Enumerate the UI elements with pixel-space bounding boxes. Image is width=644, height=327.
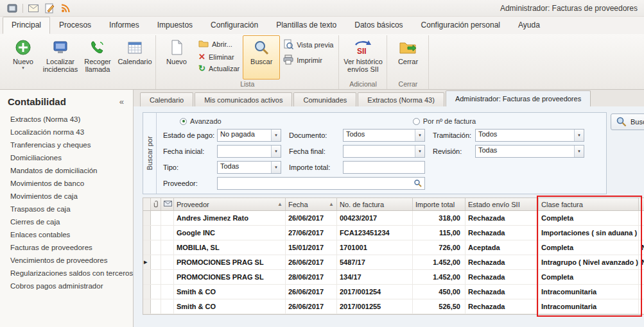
chevron-down-icon[interactable] (271, 146, 281, 157)
attachment-column-header[interactable] (151, 198, 161, 210)
partial-column-header[interactable] (639, 198, 644, 210)
sidebar-item[interactable]: Cierres de caja (0, 215, 133, 228)
fecha-inicial-combo[interactable] (217, 145, 281, 158)
sidebar-item[interactable]: Vencimientos de proveedores (0, 254, 133, 267)
eliminar-button[interactable]: ✕ Eliminar (195, 53, 243, 62)
nuevo-lista-button[interactable]: Nuevo (158, 35, 195, 80)
ribbon-tab[interactable]: Configuración personal (412, 17, 509, 34)
sidebar-item[interactable]: Movimientos de caja (0, 190, 133, 203)
cell-importe-total: 318,00 (413, 211, 466, 225)
localizar-incidencias-button[interactable]: Localizar incidencias (42, 35, 79, 80)
imprimir-button[interactable]: Imprimir (280, 54, 336, 67)
table-row[interactable]: Smith & CO 26/06/2017 2017/001254 450,00… (143, 285, 644, 299)
row-selector-cell[interactable] (143, 299, 151, 314)
actualizar-button[interactable]: ↻ Actualizar (195, 64, 243, 73)
calendario-button[interactable]: Calendario (116, 35, 153, 80)
abrir-button[interactable]: Abrir... (195, 38, 243, 50)
document-tab[interactable]: Calendario (140, 92, 193, 106)
ribbon-tab[interactable]: Plantillas de texto (267, 17, 345, 34)
cell-export (161, 270, 174, 284)
table-row[interactable]: PROMOCIONES PRAG SL 26/06/2017 5487/17 1… (143, 255, 644, 270)
ribbon-tab[interactable]: Procesos (50, 17, 100, 34)
fecha-column-header[interactable]: Fecha ▲ (286, 198, 337, 210)
documento-combo[interactable]: Todos (343, 129, 425, 142)
cell-importe-total: 115,00 (413, 226, 466, 240)
importe-total-input[interactable] (343, 161, 425, 174)
chevron-down-icon[interactable] (271, 162, 281, 173)
nuevo-label: Nuevo (13, 58, 33, 65)
row-selector-cell[interactable] (143, 211, 151, 225)
row-selector-cell[interactable] (143, 285, 151, 299)
sidebar-item[interactable]: Facturas de proveedores (0, 241, 133, 254)
document-tab[interactable]: Extractos (Norma 43) (358, 92, 444, 106)
ribbon-tab[interactable]: Informes (100, 17, 148, 34)
ver-historico-sii-button[interactable]: SII Ver histórico envíos SII (341, 35, 385, 80)
buscar-panel-button[interactable]: Busc (611, 113, 644, 130)
row-selector-cell[interactable] (143, 240, 151, 255)
sidebar-item[interactable]: Mandatos de domiciliación (0, 164, 133, 177)
document-tab[interactable]: Mis comunicados activos (195, 92, 292, 106)
ribbon-tab[interactable]: Ayuda (509, 17, 549, 34)
sidebar-item[interactable]: Movimientos de banco (0, 177, 133, 190)
sidebar-item[interactable]: Enlaces contables (0, 228, 133, 241)
ribbon-tab[interactable]: Datos básicos (345, 17, 412, 34)
nuevo-button[interactable]: Nuevo ▾ (4, 35, 42, 80)
proveedor-column-header[interactable]: Proveedor ▲ (174, 198, 286, 210)
ribbon-tab[interactable]: Principal (3, 17, 50, 34)
ribbon-tab[interactable]: Impuestos (148, 17, 202, 34)
tipo-combo[interactable]: Todas (217, 161, 281, 174)
ribbon-group-adicional-caption: Adicional (341, 80, 385, 89)
chevron-down-icon[interactable] (574, 146, 584, 157)
table-row[interactable]: PROMOCIONES PRAG SL 28/06/2017 134/17 1.… (143, 270, 644, 285)
cell-export (161, 240, 174, 255)
search-icon[interactable] (413, 179, 422, 189)
chevron-down-icon[interactable] (415, 130, 424, 141)
ribbon-tab[interactable]: Configuración (202, 17, 267, 34)
clase-factura-column-header[interactable]: Clase factura (539, 198, 639, 210)
chevron-down-icon[interactable] (271, 130, 281, 141)
fecha-final-combo[interactable] (343, 145, 425, 158)
importe-total-column-header[interactable]: Importe total (413, 198, 466, 210)
sidebar-item[interactable]: Traspasos de caja (0, 203, 133, 215)
estado-envio-sii-column-header[interactable]: Estado envío SII (466, 198, 539, 210)
row-selector-cell[interactable] (143, 226, 151, 240)
chevron-down-icon[interactable] (415, 146, 424, 157)
no-factura-column-header[interactable]: No. de factura (337, 198, 413, 210)
document-tab[interactable]: Administrador: Facturas de proveedores (446, 90, 591, 106)
row-selector-cell[interactable] (143, 255, 151, 269)
revision-combo[interactable]: Todas (475, 145, 584, 158)
recoger-llamada-button[interactable]: Recoger llamada (79, 35, 116, 80)
ribbon-group-cerrar-caption: Cerrar (389, 80, 426, 89)
ribbon-group-adicional: SII Ver histórico envíos SII Adicional (339, 35, 387, 89)
ribbon-group-caption (4, 80, 153, 89)
table-row[interactable]: Google INC 27/06/2017 FCA123451234 115,0… (143, 226, 644, 240)
chevron-down-icon[interactable] (574, 130, 584, 141)
export-column-header[interactable] (161, 198, 174, 210)
vista-previa-button[interactable]: Vista previa (280, 38, 336, 51)
new-plus-icon (15, 38, 31, 57)
radio-avanzado[interactable]: Avanzado (180, 117, 222, 125)
mail-icon[interactable] (28, 3, 39, 14)
cerrar-button[interactable]: Cerrar (389, 35, 426, 80)
estado-de-pago-combo[interactable]: No pagada (217, 129, 281, 142)
sidebar-item[interactable]: Domiciliaciones (0, 151, 133, 164)
table-row[interactable]: MOBILIA, SL 15/01/2017 1701001 726,00 Ac… (143, 240, 644, 255)
row-selector-cell[interactable] (143, 270, 151, 284)
feed-icon[interactable] (60, 3, 71, 14)
document-tab[interactable]: Comunidades (293, 92, 356, 106)
buscar-button[interactable]: Buscar (243, 35, 280, 80)
sidebar-item[interactable]: Regularizaciones saldos con terceros (0, 267, 133, 280)
sidebar-item[interactable]: Extractos (Norma 43) (0, 113, 133, 126)
app-icon[interactable] (6, 3, 18, 14)
radio-por-numero-factura[interactable]: Por nº de factura (413, 117, 476, 125)
cell-attachment (151, 226, 161, 240)
collapse-chevron-icon[interactable]: « (119, 97, 124, 106)
table-row[interactable]: Andres Jimenez Rato 26/06/2017 00423/201… (143, 211, 644, 226)
edit-note-icon[interactable] (44, 3, 55, 14)
proveedor-input[interactable] (217, 177, 425, 190)
tramitacion-combo[interactable]: Todos (475, 129, 584, 142)
sidebar-item[interactable]: Tranferencias y cheques (0, 138, 133, 151)
sidebar-item[interactable]: Localización norma 43 (0, 126, 133, 138)
table-row[interactable]: Smith & CO 26/06/2017 2017/001255 526,50… (143, 299, 644, 314)
sidebar-item[interactable]: Cobros pagos administrador (0, 280, 133, 292)
